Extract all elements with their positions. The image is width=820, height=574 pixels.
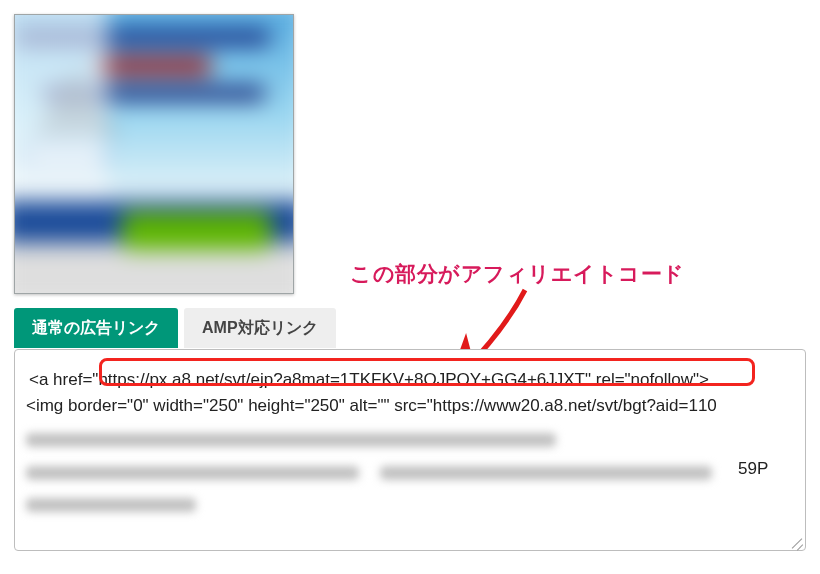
ad-code-line-4-tail: 59P: [738, 459, 768, 479]
ad-code-textarea[interactable]: <a href="https://px.a8.net/svt/ejp?a8mat…: [14, 349, 806, 551]
tab-label: AMP対応リンク: [202, 319, 318, 336]
blurred-code-line: [26, 498, 196, 512]
blurred-code-line: [26, 466, 359, 480]
tab-normal-ad-link[interactable]: 通常の広告リンク: [14, 308, 178, 348]
blurred-code-line: [26, 433, 556, 447]
ad-code-line-1: <a href="https://px.a8.net/svt/ejp?a8mat…: [29, 364, 793, 396]
affiliate-code-callout: この部分がアフィリエイトコード: [350, 260, 685, 288]
link-type-tabs: 通常の広告リンク AMP対応リンク: [14, 308, 336, 348]
blurred-code-line: [380, 466, 712, 480]
ad-code-line-2: <img border="0" width="250" height="250"…: [26, 396, 717, 416]
code-prefix: <a href=": [29, 370, 98, 389]
textarea-resize-grip[interactable]: [788, 534, 802, 548]
tab-label: 通常の広告リンク: [32, 319, 160, 336]
ad-banner-preview: [14, 14, 294, 294]
code-suffix: ">: [693, 370, 709, 389]
tab-amp-link[interactable]: AMP対応リンク: [184, 308, 336, 348]
affiliate-code-segment: https://px.a8.net/svt/ejp?a8mat=1TKFKV+8…: [98, 370, 693, 389]
